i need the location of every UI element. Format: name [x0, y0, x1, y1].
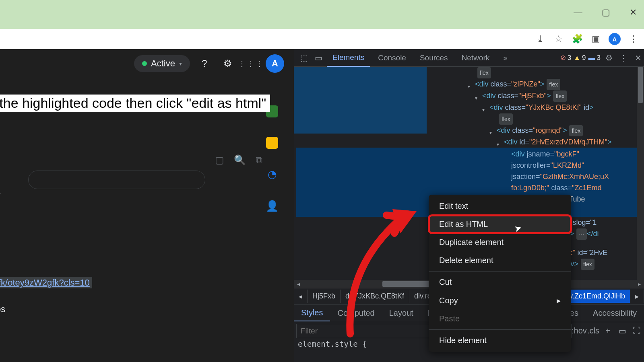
input-bubble[interactable]	[28, 171, 205, 189]
account-avatar[interactable]: A	[266, 54, 284, 73]
window-minimize[interactable]: —	[574, 7, 582, 18]
search-icon[interactable]: 🔍	[234, 154, 246, 166]
menu-edit-text[interactable]: Edit text	[429, 197, 571, 215]
breadcrumb-prev[interactable]: ◂	[294, 290, 308, 303]
fullscreen-icon[interactable]: ⛶	[630, 326, 644, 335]
extensions-icon[interactable]: 🧩	[572, 33, 583, 45]
status-label: Active	[151, 58, 175, 69]
tab-console[interactable]: Console	[372, 49, 412, 66]
chevron-down-icon: ▾	[179, 60, 182, 67]
help-icon[interactable]: ?	[196, 55, 213, 72]
install-app-icon[interactable]: ⤓	[535, 33, 546, 45]
devtools-settings-icon[interactable]: ⚙	[603, 53, 615, 63]
warning-count[interactable]: ▲9	[574, 54, 586, 62]
devtools-close-icon[interactable]: ✕	[632, 53, 644, 63]
tabs-overflow[interactable]: »	[497, 49, 513, 66]
tasks-icon[interactable]: ◔	[268, 168, 277, 181]
error-count[interactable]: ⊘3	[560, 53, 571, 62]
browser-toolbar: ⤓ ☆ 🧩 ▣ A ⋮	[0, 29, 644, 49]
menu-separator	[429, 271, 571, 272]
devtools-tabbar: ⬚ ▭ Elements Console Sources Network » ⊘…	[294, 49, 644, 67]
scroll-thumb[interactable]	[382, 281, 435, 287]
breadcrumb-item-active[interactable]: v.Zc1Emd.QlJiHb	[564, 290, 630, 303]
info-count[interactable]: ▬3	[588, 54, 601, 62]
window-close[interactable]: ✕	[630, 7, 637, 18]
side-icon-rail: ◔ 👤	[266, 105, 279, 212]
subtab-styles[interactable]: Styles	[294, 305, 330, 321]
contacts-icon[interactable]: 👤	[266, 200, 279, 212]
hov-toggle[interactable]: :hov	[572, 326, 586, 335]
thumbnail-link[interactable]: fk/otey9zW2gfk?cls=10	[0, 277, 92, 288]
menu-copy[interactable]: Copy▸	[429, 291, 571, 310]
cls-toggle[interactable]: .cls	[586, 326, 601, 335]
menu-paste: Paste	[429, 310, 571, 328]
copy-icon[interactable]: ⧉	[256, 154, 262, 166]
menu-edit-as-html[interactable]: Edit as HTML	[429, 215, 571, 233]
dom-node[interactable]: <div class="zlPNZe">flex	[296, 78, 644, 90]
subtab-accessibility[interactable]: Accessibility	[586, 305, 644, 321]
profile-avatar[interactable]: A	[609, 33, 621, 45]
subtab-computed[interactable]: Computed	[330, 305, 382, 321]
subtab-layout[interactable]: Layout	[382, 305, 421, 321]
status-dot-icon	[142, 61, 147, 66]
menu-cut[interactable]: Cut	[429, 273, 571, 291]
breadcrumb-item[interactable]: d .YJxKBc.QE8tKf	[341, 290, 409, 303]
menu-hide-element[interactable]: Hide element	[429, 331, 571, 350]
sidepanel-icon[interactable]: ▣	[590, 33, 601, 45]
breadcrumb-item[interactable]: Hj5Fxb	[308, 290, 341, 303]
box-model-icon[interactable]: ▭	[615, 326, 630, 336]
instruction-overlay: n the highlighted code then click "edit …	[0, 95, 270, 112]
settings-gear-icon[interactable]: ⚙	[219, 55, 237, 72]
cropped-text: y	[0, 190, 0, 200]
inspect-icon[interactable]: ⬚	[298, 53, 310, 63]
dom-node[interactable]: <div id="2HvExrzdVDM/qJTHM">	[296, 136, 644, 148]
dom-node[interactable]: <div class="rogmqd">flex	[296, 125, 644, 136]
scroll-left-icon[interactable]: ◂	[295, 280, 302, 288]
tab-sources[interactable]: Sources	[414, 49, 454, 66]
device-toggle-icon[interactable]: ▭	[312, 53, 324, 63]
menu-duplicate-element[interactable]: Duplicate element	[429, 233, 571, 251]
dom-node[interactable]: <div class="YJxKBc QE8tKf" id>	[296, 102, 644, 113]
breadcrumb-next[interactable]: ▸	[630, 290, 644, 303]
css-rule-text[interactable]: element.style {	[298, 339, 367, 348]
apps-grid-icon[interactable]: ⋮⋮⋮	[242, 55, 260, 72]
status-pill[interactable]: Active ▾	[134, 55, 190, 72]
bookmark-star-icon[interactable]: ☆	[553, 33, 564, 45]
window-maximize[interactable]: ▢	[602, 7, 610, 18]
vertical-scrollbar[interactable]	[637, 67, 644, 280]
chrome-menu-icon[interactable]: ⋮	[628, 33, 639, 45]
submenu-arrow-icon: ▸	[557, 296, 561, 305]
devtools-menu-icon[interactable]: ⋮	[617, 53, 630, 63]
tab-network[interactable]: Network	[456, 49, 495, 66]
menu-separator	[429, 329, 571, 330]
keep-icon[interactable]	[266, 137, 278, 149]
menu-delete-element[interactable]: Delete element	[429, 251, 571, 269]
dom-node[interactable]: <div class="Hj5Fxb">flex	[296, 90, 644, 102]
tab-elements[interactable]: Elements	[327, 49, 370, 67]
context-menu: Edit text Edit as HTML Duplicate element…	[429, 195, 571, 352]
camera-icon[interactable]: ▢	[215, 154, 224, 166]
new-rule-icon[interactable]: +	[601, 326, 615, 335]
cropped-text-2: os	[0, 304, 5, 315]
flex-badge[interactable]: flex	[477, 67, 491, 78]
scroll-right-icon[interactable]: ▸	[636, 280, 643, 288]
